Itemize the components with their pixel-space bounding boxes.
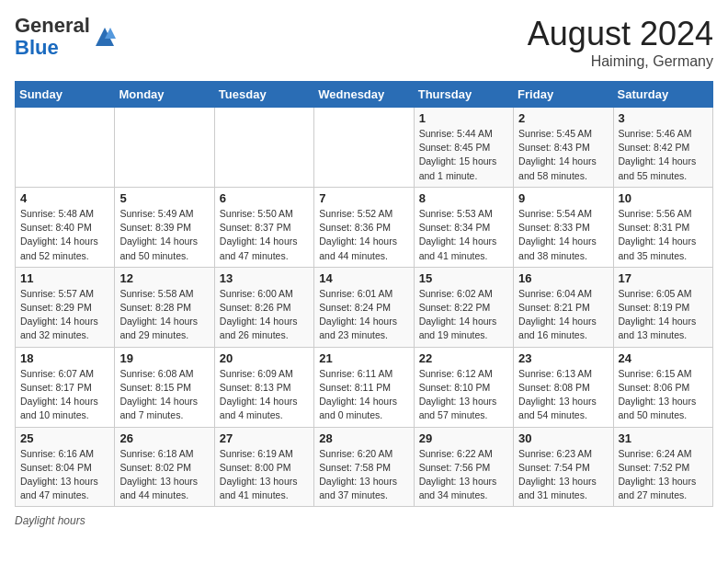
calendar-cell: 25Sunrise: 6:16 AM Sunset: 8:04 PM Dayli… (16, 427, 115, 507)
day-info: Sunrise: 5:54 AM Sunset: 8:33 PM Dayligh… (518, 207, 608, 263)
day-info: Sunrise: 6:23 AM Sunset: 7:54 PM Dayligh… (518, 447, 608, 503)
calendar-cell: 8Sunrise: 5:53 AM Sunset: 8:34 PM Daylig… (414, 187, 513, 267)
day-number: 3 (619, 111, 708, 125)
day-info: Sunrise: 5:58 AM Sunset: 8:28 PM Dayligh… (119, 287, 209, 343)
month-year: August 2024 (528, 15, 713, 53)
calendar-cell: 14Sunrise: 6:01 AM Sunset: 8:24 PM Dayli… (314, 267, 414, 347)
calendar-cell: 7Sunrise: 5:52 AM Sunset: 8:36 PM Daylig… (314, 187, 414, 267)
calendar-cell (115, 108, 214, 188)
calendar-cell: 17Sunrise: 6:05 AM Sunset: 8:19 PM Dayli… (613, 267, 712, 347)
day-info: Sunrise: 6:13 AM Sunset: 8:08 PM Dayligh… (518, 367, 608, 423)
day-number: 30 (518, 431, 608, 445)
day-number: 27 (220, 431, 309, 445)
calendar-table: SundayMondayTuesdayWednesdayThursdayFrid… (15, 81, 713, 507)
calendar-cell: 16Sunrise: 6:04 AM Sunset: 8:21 PM Dayli… (514, 267, 613, 347)
weekday-header-thursday: Thursday (414, 82, 513, 108)
day-number: 25 (20, 431, 109, 445)
day-number: 14 (319, 271, 408, 285)
day-info: Sunrise: 6:11 AM Sunset: 8:11 PM Dayligh… (319, 367, 408, 423)
calendar-cell: 26Sunrise: 6:18 AM Sunset: 8:02 PM Dayli… (115, 427, 214, 507)
day-number: 21 (319, 351, 408, 365)
day-number: 13 (220, 271, 309, 285)
weekday-header-wednesday: Wednesday (314, 82, 414, 108)
day-number: 4 (20, 191, 109, 205)
week-row-3: 11Sunrise: 5:57 AM Sunset: 8:29 PM Dayli… (16, 267, 713, 347)
day-info: Sunrise: 6:07 AM Sunset: 8:17 PM Dayligh… (20, 367, 109, 423)
calendar-cell: 5Sunrise: 5:49 AM Sunset: 8:39 PM Daylig… (115, 187, 214, 267)
day-number: 23 (518, 351, 608, 365)
calendar-cell: 29Sunrise: 6:22 AM Sunset: 7:56 PM Dayli… (414, 427, 513, 507)
calendar-cell: 12Sunrise: 5:58 AM Sunset: 8:28 PM Dayli… (115, 267, 214, 347)
weekday-header-sunday: Sunday (16, 82, 115, 108)
day-number: 22 (419, 351, 508, 365)
day-info: Sunrise: 6:12 AM Sunset: 8:10 PM Dayligh… (419, 367, 508, 423)
week-row-5: 25Sunrise: 6:16 AM Sunset: 8:04 PM Dayli… (16, 427, 713, 507)
day-info: Sunrise: 6:16 AM Sunset: 8:04 PM Dayligh… (20, 447, 109, 503)
calendar-cell: 22Sunrise: 6:12 AM Sunset: 8:10 PM Dayli… (414, 347, 513, 427)
footer-note: Daylight hours (15, 514, 85, 527)
calendar-cell: 4Sunrise: 5:48 AM Sunset: 8:40 PM Daylig… (16, 187, 115, 267)
calendar-cell (16, 108, 115, 188)
weekday-header-monday: Monday (115, 82, 214, 108)
day-number: 31 (619, 431, 708, 445)
day-number: 5 (119, 191, 209, 205)
calendar-cell: 13Sunrise: 6:00 AM Sunset: 8:26 PM Dayli… (214, 267, 313, 347)
logo-icon (92, 24, 118, 50)
calendar-cell: 6Sunrise: 5:50 AM Sunset: 8:37 PM Daylig… (214, 187, 313, 267)
day-number: 18 (20, 351, 109, 365)
day-number: 15 (419, 271, 508, 285)
day-number: 19 (119, 351, 209, 365)
calendar-cell (314, 108, 414, 188)
day-info: Sunrise: 5:52 AM Sunset: 8:36 PM Dayligh… (319, 207, 408, 263)
calendar-cell: 23Sunrise: 6:13 AM Sunset: 8:08 PM Dayli… (514, 347, 613, 427)
weekday-header-row: SundayMondayTuesdayWednesdayThursdayFrid… (16, 82, 713, 108)
week-row-4: 18Sunrise: 6:07 AM Sunset: 8:17 PM Dayli… (16, 347, 713, 427)
page-header: General Blue August 2024 Haiming, German… (15, 15, 713, 70)
day-number: 7 (319, 191, 408, 205)
calendar-cell: 2Sunrise: 5:45 AM Sunset: 8:43 PM Daylig… (514, 108, 613, 188)
calendar-body: 1Sunrise: 5:44 AM Sunset: 8:45 PM Daylig… (16, 108, 713, 507)
calendar-cell (214, 108, 313, 188)
day-number: 24 (619, 351, 708, 365)
day-info: Sunrise: 6:00 AM Sunset: 8:26 PM Dayligh… (220, 287, 309, 343)
logo-blue: Blue (15, 36, 59, 59)
day-number: 8 (419, 191, 508, 205)
calendar-cell: 28Sunrise: 6:20 AM Sunset: 7:58 PM Dayli… (314, 427, 414, 507)
footer: Daylight hours (15, 514, 713, 527)
day-number: 11 (20, 271, 109, 285)
day-info: Sunrise: 6:02 AM Sunset: 8:22 PM Dayligh… (419, 287, 508, 343)
day-number: 6 (220, 191, 309, 205)
day-info: Sunrise: 6:20 AM Sunset: 7:58 PM Dayligh… (319, 447, 408, 503)
day-info: Sunrise: 6:04 AM Sunset: 8:21 PM Dayligh… (518, 287, 608, 343)
day-info: Sunrise: 5:45 AM Sunset: 8:43 PM Dayligh… (518, 127, 608, 183)
day-number: 16 (518, 271, 608, 285)
day-info: Sunrise: 5:44 AM Sunset: 8:45 PM Dayligh… (419, 127, 508, 183)
day-info: Sunrise: 6:19 AM Sunset: 8:00 PM Dayligh… (220, 447, 309, 503)
logo: General Blue (15, 15, 118, 59)
day-number: 17 (619, 271, 708, 285)
calendar-cell: 18Sunrise: 6:07 AM Sunset: 8:17 PM Dayli… (16, 347, 115, 427)
calendar-cell: 21Sunrise: 6:11 AM Sunset: 8:11 PM Dayli… (314, 347, 414, 427)
day-info: Sunrise: 5:53 AM Sunset: 8:34 PM Dayligh… (419, 207, 508, 263)
logo-text: General Blue (15, 15, 90, 59)
day-info: Sunrise: 6:09 AM Sunset: 8:13 PM Dayligh… (220, 367, 309, 423)
day-number: 28 (319, 431, 408, 445)
calendar-cell: 31Sunrise: 6:24 AM Sunset: 7:52 PM Dayli… (613, 427, 712, 507)
calendar-cell: 19Sunrise: 6:08 AM Sunset: 8:15 PM Dayli… (115, 347, 214, 427)
day-number: 20 (220, 351, 309, 365)
day-number: 12 (119, 271, 209, 285)
day-info: Sunrise: 5:50 AM Sunset: 8:37 PM Dayligh… (220, 207, 309, 263)
weekday-header-saturday: Saturday (613, 82, 712, 108)
calendar-cell: 1Sunrise: 5:44 AM Sunset: 8:45 PM Daylig… (414, 108, 513, 188)
calendar-cell: 30Sunrise: 6:23 AM Sunset: 7:54 PM Dayli… (514, 427, 613, 507)
calendar-cell: 10Sunrise: 5:56 AM Sunset: 8:31 PM Dayli… (613, 187, 712, 267)
day-info: Sunrise: 5:46 AM Sunset: 8:42 PM Dayligh… (619, 127, 708, 183)
day-number: 2 (518, 111, 608, 125)
day-info: Sunrise: 6:24 AM Sunset: 7:52 PM Dayligh… (619, 447, 708, 503)
day-info: Sunrise: 6:18 AM Sunset: 8:02 PM Dayligh… (119, 447, 209, 503)
day-info: Sunrise: 6:15 AM Sunset: 8:06 PM Dayligh… (619, 367, 708, 423)
day-info: Sunrise: 5:49 AM Sunset: 8:39 PM Dayligh… (119, 207, 209, 263)
day-info: Sunrise: 6:22 AM Sunset: 7:56 PM Dayligh… (419, 447, 508, 503)
day-info: Sunrise: 5:57 AM Sunset: 8:29 PM Dayligh… (20, 287, 109, 343)
location: Haiming, Germany (528, 53, 713, 70)
